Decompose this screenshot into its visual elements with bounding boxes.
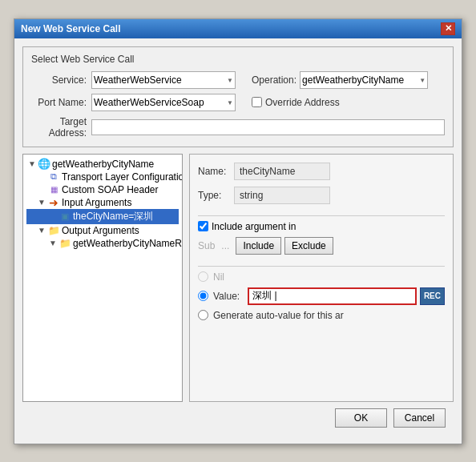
target-input[interactable] — [91, 119, 445, 135]
rec-button[interactable]: REC — [420, 287, 445, 305]
select-web-service-group: Select Web Service Call Service: Weather… — [22, 46, 454, 147]
tree-item-result-label: getWeatherbyCityNameResult[1] — [73, 238, 183, 249]
include-checkbox[interactable] — [198, 221, 208, 231]
include-arg-label: Include argument in — [212, 221, 296, 232]
tree-item-cityname[interactable]: ▣ theCityName=深圳 — [26, 209, 179, 224]
tree-item-input-label: Input Arguments — [62, 197, 131, 208]
right-panel: Name: theCityName Type: string Include a… — [189, 154, 454, 402]
input-icon: ➜ — [47, 197, 60, 208]
title-bar: New Web Service Call ✕ — [14, 19, 462, 38]
root-expander: ▼ — [28, 159, 38, 168]
service-select-wrapper[interactable]: WeatherWebService — [91, 71, 236, 89]
nil-row: Nil — [198, 271, 445, 283]
dots: ... — [221, 240, 229, 251]
tree-item-input[interactable]: ▼ ➜ Input Arguments — [26, 196, 179, 209]
port-row: Port Name: WeatherWebServiceSoap Overrid… — [31, 94, 445, 111]
target-row: Target Address: — [31, 116, 445, 139]
nil-radio[interactable] — [198, 271, 208, 282]
operation-select-wrapper[interactable]: getWeatherbyCityName — [300, 71, 428, 89]
value-row: Value: REC — [198, 287, 445, 305]
port-select-wrapper[interactable]: WeatherWebServiceSoap — [91, 94, 236, 111]
nil-label: Nil — [213, 271, 224, 283]
layers-icon: ⧉ — [47, 171, 60, 183]
cancel-button[interactable]: Cancel — [393, 408, 446, 428]
tree-item-transport[interactable]: ⧉ Transport Layer Configuration — [26, 171, 179, 183]
tree-item-transport-label: Transport Layer Configuration — [62, 171, 183, 183]
service-label: Service: — [31, 74, 91, 86]
port-select[interactable]: WeatherWebServiceSoap — [91, 94, 236, 111]
main-window: New Web Service Call ✕ Select Web Servic… — [14, 18, 462, 444]
result-icon: 📁 — [58, 238, 71, 249]
tree-root[interactable]: ▼ 🌐 getWeatherbyCityName — [26, 158, 179, 171]
operation-select[interactable]: getWeatherbyCityName — [300, 71, 428, 89]
name-label: Name: — [198, 166, 234, 177]
close-button[interactable]: ✕ — [441, 22, 455, 35]
tree-item-result[interactable]: ▼ 📁 getWeatherbyCityNameResult[1] — [26, 237, 179, 250]
bottom-buttons: OK Cancel — [22, 402, 454, 436]
separator-2 — [198, 266, 445, 267]
generate-radio[interactable] — [198, 310, 208, 320]
output-expander: ▼ — [38, 226, 47, 235]
value-input[interactable] — [248, 287, 417, 305]
tree-item-output-label: Output Arguments — [62, 225, 139, 236]
tree-root-label: getWeatherbyCityName — [52, 159, 154, 170]
override-section: Override Address — [252, 97, 445, 108]
value-label: Value: — [213, 291, 240, 302]
value-radio[interactable] — [198, 291, 208, 301]
name-row: Name: theCityName — [198, 163, 445, 180]
generate-label: Generate auto-value for this ar — [213, 310, 344, 321]
override-label[interactable]: Override Address — [252, 97, 340, 108]
tree-item-soap[interactable]: ▦ Custom SOAP Header — [26, 183, 179, 196]
group-box-title: Select Web Service Call — [31, 54, 445, 65]
type-label: Type: — [198, 190, 234, 201]
operation-label: Operation: — [252, 74, 296, 86]
tree-item-soap-label: Custom SOAP Header — [62, 184, 159, 195]
service-select[interactable]: WeatherWebService — [91, 71, 236, 89]
type-value: string — [234, 187, 330, 204]
tree-panel: ▼ 🌐 getWeatherbyCityName ⧉ Transport Lay… — [22, 154, 183, 402]
generate-row: Generate auto-value for this ar — [198, 310, 445, 321]
input-expander: ▼ — [38, 198, 47, 207]
main-content: ▼ 🌐 getWeatherbyCityName ⧉ Transport Lay… — [22, 154, 454, 402]
separator-1 — [198, 215, 445, 216]
target-label: Target Address: — [31, 116, 91, 139]
field-icon: ▣ — [58, 211, 71, 222]
sub-include-row: Sub ... Include Exclude — [198, 237, 445, 255]
sub-label: Sub — [198, 240, 215, 251]
include-arg-row: Include argument in — [198, 221, 445, 232]
window-title: New Web Service Call — [21, 23, 121, 34]
ok-button[interactable]: OK — [335, 408, 387, 428]
operation-section: Operation: getWeatherbyCityName — [252, 71, 445, 89]
exclude-button[interactable]: Exclude — [284, 237, 333, 255]
type-row: Type: string — [198, 187, 445, 204]
result-expander: ▼ — [49, 239, 58, 247]
window-body: Select Web Service Call Service: Weather… — [14, 38, 462, 444]
include-button[interactable]: Include — [236, 237, 281, 255]
output-icon: 📁 — [47, 225, 60, 236]
name-value: theCityName — [234, 163, 330, 180]
service-row: Service: WeatherWebService Operation: ge… — [31, 71, 445, 89]
tree-item-output[interactable]: ▼ 📁 Output Arguments — [26, 224, 179, 237]
override-checkbox[interactable] — [252, 97, 262, 107]
value-input-wrapper: REC — [248, 287, 445, 305]
tree-item-cityname-label: theCityName=深圳 — [73, 210, 153, 223]
globe-icon: 🌐 — [38, 159, 50, 170]
radio-group: Nil Value: REC Generate auto- — [198, 271, 445, 321]
soap-icon: ▦ — [47, 184, 60, 195]
port-label: Port Name: — [31, 97, 91, 108]
